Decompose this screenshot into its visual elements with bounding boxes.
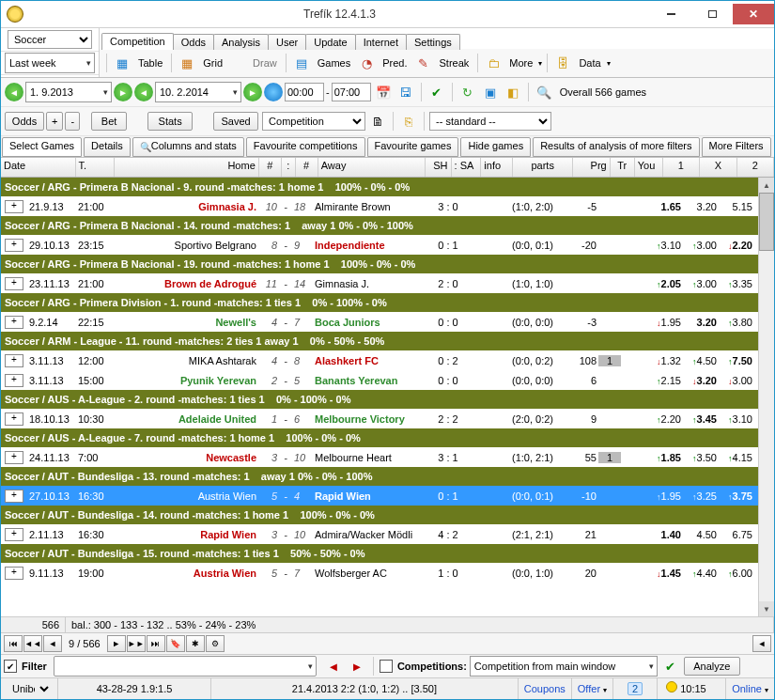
standard-select[interactable]: -- standard --	[429, 112, 551, 131]
nav-last[interactable]: ⏭	[147, 635, 165, 652]
expand-button[interactable]: +	[5, 277, 23, 290]
expand-button[interactable]: +	[5, 354, 23, 367]
bet-button[interactable]: Bet	[91, 112, 127, 131]
table-row[interactable]: +2.11.1316:30Rapid Wien3-10Admira/Wacker…	[1, 524, 774, 544]
subtab-4[interactable]: Favourite games	[367, 137, 459, 157]
expand-button[interactable]: +	[5, 412, 23, 426]
expand-button[interactable]: +	[5, 490, 23, 503]
table-row[interactable]: +18.10.1310:30Adelaide United1-6Melbourn…	[1, 409, 774, 428]
prev-date-button[interactable]: ◄	[5, 83, 23, 101]
date-to[interactable]: 10. 2.2014	[155, 82, 241, 102]
table-row[interactable]: +29.10.1323:15Sportivo Belgrano8-9Indepe…	[1, 235, 774, 255]
odds-button[interactable]: Odds	[5, 112, 44, 131]
search-icon[interactable]: 🔍	[534, 82, 554, 102]
expand-button[interactable]: +	[5, 316, 23, 329]
table-row[interactable]: +9.11.1319:00Austria Wien5-7Wolfsberger …	[1, 563, 774, 583]
filter-select[interactable]: test	[54, 656, 317, 677]
apply-icon[interactable]: ✔	[660, 656, 681, 677]
sport-select[interactable]: Soccer	[8, 30, 92, 49]
subtab-5[interactable]: Hide games	[460, 137, 531, 157]
tab-analysis[interactable]: Analysis	[213, 34, 269, 50]
time-to[interactable]	[332, 83, 371, 101]
filter-next-icon[interactable]: ►	[347, 656, 367, 677]
expand-button[interactable]: +	[5, 528, 23, 541]
maximize-button[interactable]	[691, 4, 733, 24]
expand-button[interactable]: +	[5, 567, 23, 580]
minimize-button[interactable]	[650, 4, 691, 24]
table-label[interactable]: Table	[134, 57, 166, 69]
time-from[interactable]	[285, 83, 324, 101]
saved-button[interactable]: Saved	[213, 112, 258, 131]
expand-button[interactable]: +	[5, 451, 23, 464]
misc2-icon[interactable]: ◧	[503, 82, 523, 102]
more-label[interactable]: More	[505, 57, 536, 69]
analyze-button[interactable]: Analyze	[684, 657, 740, 676]
more-icon[interactable]: 🗀	[483, 53, 504, 73]
nav-spark[interactable]: ✱	[186, 635, 205, 652]
clock-icon[interactable]	[264, 83, 283, 101]
table-row[interactable]: +3.11.1315:00Pyunik Yerevan2-5Banants Ye…	[1, 370, 774, 390]
nav-next[interactable]: ►	[107, 635, 126, 652]
nav-prev[interactable]: ◄	[43, 635, 62, 652]
expand-button[interactable]: +	[5, 200, 23, 213]
games-icon[interactable]: ▤	[291, 53, 312, 73]
table-row[interactable]: +27.10.1316:30Austria Wien5-4Rapid Wien0…	[1, 486, 774, 506]
subtab-6[interactable]: Results of analysis of more filters	[533, 137, 699, 157]
date-from[interactable]: 1. 9.2013	[25, 82, 112, 102]
nav-nextpage[interactable]: ►►	[127, 635, 146, 652]
table-row[interactable]: +9.2.1422:15Newell's4-7Boca Juniors0 : 0…	[1, 312, 774, 332]
table-row[interactable]: +3.11.1312:00MIKA Ashtarak4-8Alashkert F…	[1, 350, 774, 370]
tab-competition[interactable]: Competition	[101, 33, 174, 50]
data-icon[interactable]: 🗄	[552, 53, 573, 73]
competitions-checkbox[interactable]	[380, 660, 393, 673]
filter-checkbox[interactable]: ✔	[4, 660, 17, 673]
next-date2-button[interactable]: ►	[243, 83, 262, 101]
table-icon[interactable]: ▦	[112, 53, 132, 73]
check-icon[interactable]: ✔	[426, 82, 447, 102]
competitions-scope[interactable]: Competition from main window	[470, 656, 658, 677]
table-row[interactable]: +21.9.1321:00Gimnasia J.10-18Almirante B…	[1, 196, 774, 216]
prev-date2-button[interactable]: ◄	[134, 83, 153, 101]
data-label[interactable]: Data	[575, 57, 604, 69]
minus-button[interactable]: -	[65, 112, 80, 131]
exit-icon[interactable]: ⎘	[398, 111, 419, 132]
tab-update[interactable]: Update	[305, 34, 355, 50]
pred-icon[interactable]: ◔	[356, 53, 377, 73]
tab-user[interactable]: User	[268, 34, 306, 50]
nav-prevpage[interactable]: ◄◄	[23, 635, 42, 652]
online-link[interactable]: Online ▾	[726, 678, 774, 699]
next-date-button[interactable]: ►	[114, 83, 132, 101]
pred-label[interactable]: Pred.	[379, 57, 411, 69]
tab-internet[interactable]: Internet	[355, 34, 407, 50]
streak-icon[interactable]: ✎	[413, 53, 434, 73]
expand-button[interactable]: +	[5, 374, 23, 387]
doc-icon[interactable]: 🗎	[367, 111, 388, 132]
table-row[interactable]: +24.11.137:00Newcastle3-10Melbourne Hear…	[1, 447, 774, 467]
games-label[interactable]: Games	[314, 57, 354, 69]
nav-first[interactable]: ⏮	[4, 635, 23, 652]
nav-bookmark[interactable]: 🔖	[166, 635, 185, 652]
subtab-0[interactable]: Select Games	[2, 137, 82, 157]
export-icon[interactable]: 🖫	[395, 82, 416, 102]
period-select[interactable]: Last week	[5, 53, 95, 73]
subtab-7[interactable]: More Filters	[702, 137, 771, 157]
scope-select[interactable]: Competition	[262, 112, 365, 131]
nav-left[interactable]: ◄	[752, 635, 771, 652]
nav-tool[interactable]: ⚙	[206, 635, 225, 652]
coupons-link[interactable]: Coupons	[519, 678, 572, 699]
close-button[interactable]	[733, 4, 774, 24]
subtab-3[interactable]: Favourite competitions	[246, 137, 365, 157]
offer-link[interactable]: Offer ▾	[572, 678, 613, 699]
subtab-1[interactable]: Details	[84, 137, 131, 157]
subtab-2[interactable]: 🔍Columns and stats	[132, 137, 244, 157]
misc1-icon[interactable]: ▣	[480, 82, 501, 102]
stats-button[interactable]: Stats	[147, 112, 193, 131]
calendar-icon[interactable]: 📅	[373, 82, 394, 102]
expand-button[interactable]: +	[5, 239, 23, 252]
table-row[interactable]: +23.11.1321:00Brown de Adrogué11-14Gimna…	[1, 273, 774, 293]
vertical-scrollbar[interactable]: ▲▼	[758, 178, 774, 616]
refresh-icon[interactable]: ↻	[457, 82, 478, 102]
grid-icon[interactable]: ▦	[177, 53, 197, 73]
filter-prev-icon[interactable]: ◄	[323, 656, 344, 677]
tab-settings[interactable]: Settings	[406, 34, 460, 50]
